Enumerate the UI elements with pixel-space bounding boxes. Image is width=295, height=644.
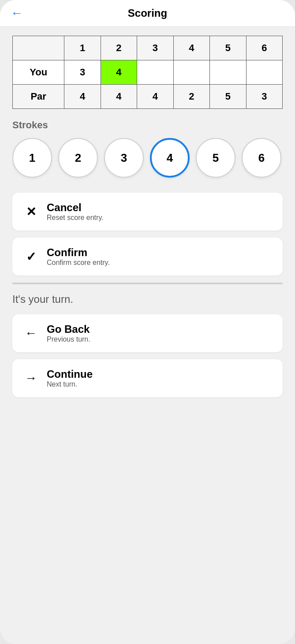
scorecard-par-1: 4 xyxy=(64,85,101,109)
page-title: Scoring xyxy=(9,7,286,19)
scorecard-col-4: 4 xyxy=(173,36,209,60)
stroke-btn-6[interactable]: 6 xyxy=(242,138,281,178)
scorecard-you-score-5 xyxy=(210,60,246,85)
stroke-btn-4[interactable]: 4 xyxy=(150,138,190,178)
stroke-btn-5[interactable]: 5 xyxy=(196,138,235,178)
scorecard-par-5: 5 xyxy=(210,85,246,109)
go-back-icon: ← xyxy=(23,326,39,340)
back-button[interactable]: ← xyxy=(9,5,25,21)
confirm-button[interactable]: ✓ Confirm Confirm score entry. xyxy=(12,238,283,275)
continue-button[interactable]: → Continue Next turn. xyxy=(12,359,283,397)
scorecard-par-6: 3 xyxy=(246,85,283,109)
scorecard-header-row: 1 2 3 4 5 6 xyxy=(13,36,283,60)
scorecard-you-score-6 xyxy=(246,60,283,85)
scorecard-you-score-4 xyxy=(173,60,209,85)
scorecard-col-5: 5 xyxy=(210,36,246,60)
stroke-btn-3[interactable]: 3 xyxy=(104,138,144,178)
continue-subtitle: Next turn. xyxy=(47,380,77,388)
continue-title: Continue xyxy=(47,368,93,380)
continue-icon: → xyxy=(23,371,39,385)
stroke-btn-2[interactable]: 2 xyxy=(58,138,98,178)
confirm-title: Confirm xyxy=(47,246,87,259)
scorecard-par-4: 2 xyxy=(173,85,209,109)
strokes-scroll: 1 2 3 4 5 6 xyxy=(12,138,283,182)
content-area: 1 2 3 4 5 6 You 3 4 Par 4 4 4 2 xyxy=(0,27,295,413)
phone-frame: ← Scoring 1 2 3 4 5 6 You 3 4 xyxy=(0,0,295,644)
scorecard-col-empty xyxy=(13,36,64,60)
header: ← Scoring xyxy=(0,0,295,27)
scorecard-par-row: Par 4 4 4 2 5 3 xyxy=(13,85,283,109)
cancel-title: Cancel xyxy=(47,201,82,214)
go-back-title: Go Back xyxy=(47,323,90,335)
go-back-subtitle: Previous turn. xyxy=(47,335,90,343)
confirm-subtitle: Confirm score entry. xyxy=(47,259,110,267)
scorecard-par-label: Par xyxy=(13,85,64,109)
scorecard-par-3: 4 xyxy=(137,85,173,109)
scorecard-you-row: You 3 4 xyxy=(13,60,283,85)
scorecard-col-2: 2 xyxy=(101,36,137,60)
scorecard-col-6: 6 xyxy=(246,36,283,60)
stroke-btn-1[interactable]: 1 xyxy=(12,138,52,178)
scorecard-table: 1 2 3 4 5 6 You 3 4 Par 4 4 4 2 xyxy=(12,36,283,109)
turn-message: It's your turn. xyxy=(12,293,283,305)
cancel-icon: ✕ xyxy=(23,205,39,219)
scorecard-col-3: 3 xyxy=(137,36,173,60)
scorecard-par-2: 4 xyxy=(101,85,137,109)
cancel-subtitle: Reset score entry. xyxy=(47,214,104,222)
scorecard-you-label: You xyxy=(13,60,64,85)
scorecard-you-score-3 xyxy=(137,60,173,85)
scorecard-col-1: 1 xyxy=(64,36,101,60)
back-arrow-icon: ← xyxy=(11,6,23,20)
confirm-icon: ✓ xyxy=(23,249,39,264)
section-divider xyxy=(12,283,283,284)
go-back-button[interactable]: ← Go Back Previous turn. xyxy=(12,314,283,352)
scorecard-you-score-2: 4 xyxy=(101,60,137,85)
scorecard-you-score-1: 3 xyxy=(64,60,101,85)
cancel-button[interactable]: ✕ Cancel Reset score entry. xyxy=(12,193,283,231)
strokes-label: Strokes xyxy=(12,119,283,131)
